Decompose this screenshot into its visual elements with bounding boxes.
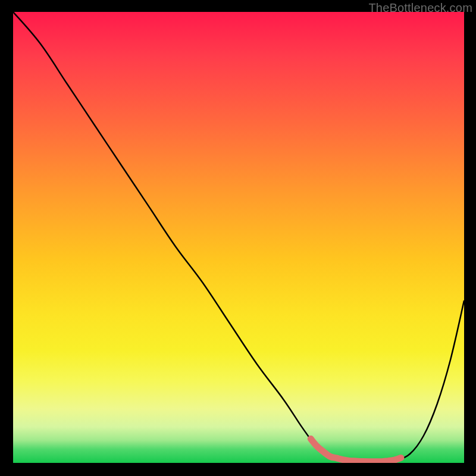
chart-svg — [13, 12, 464, 463]
accent-segment — [311, 439, 401, 462]
curve-path — [13, 12, 464, 462]
chart-frame: TheBottleneck.com — [0, 0, 476, 476]
plot-area — [13, 12, 464, 463]
